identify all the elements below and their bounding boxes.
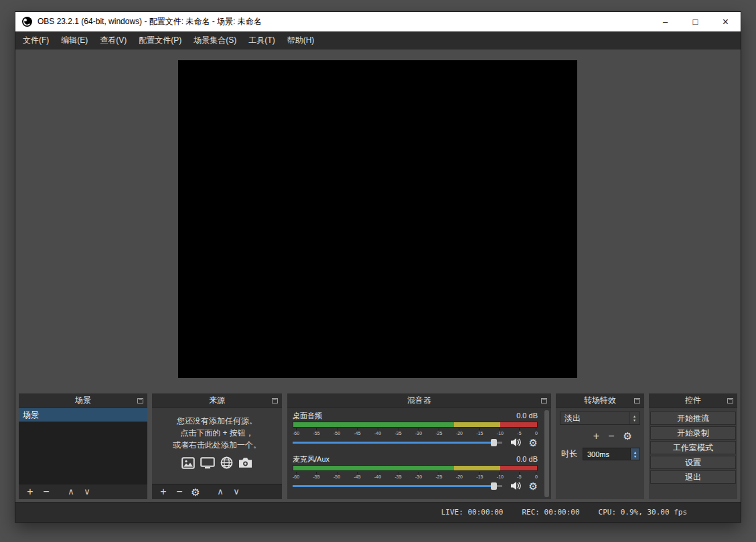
- scale-label: -35: [394, 472, 401, 479]
- scale-label: -15: [476, 428, 483, 436]
- transitions-dock: 转场特效 淡出 ▴ ▾ + − ⚙ 时长: [556, 393, 644, 499]
- menu-help[interactable]: 帮助(H): [281, 31, 321, 50]
- controls-dock: 控件 开始推流 开始录制 工作室模式 设置 退出: [649, 393, 737, 499]
- sources-dock-title: 来源: [209, 395, 225, 406]
- dock-float-icon[interactable]: [137, 398, 143, 403]
- maximize-button[interactable]: □: [680, 12, 710, 31]
- scenes-toolbar: + − ∧ ∨: [19, 484, 147, 499]
- duration-spinbox[interactable]: 300ms ▴ ▾: [583, 448, 640, 460]
- source-properties-gear-icon[interactable]: ⚙: [187, 487, 204, 497]
- source-down-button[interactable]: ∨: [228, 484, 244, 499]
- scrollbar-thumb[interactable]: [544, 410, 549, 497]
- menu-scene-collection[interactable]: 场景集合(S): [187, 31, 242, 50]
- sources-empty-area[interactable]: 您还没有添加任何源。 点击下面的 + 按钮， 或者右击此处添加一个。: [152, 408, 282, 484]
- remove-transition-button[interactable]: −: [608, 431, 614, 442]
- menu-file[interactable]: 文件(F): [17, 31, 55, 50]
- scene-list[interactable]: 场景: [19, 408, 147, 484]
- start-streaming-button[interactable]: 开始推流: [650, 412, 736, 425]
- combo-arrows[interactable]: ▴ ▾: [629, 412, 639, 424]
- preview-canvas[interactable]: [178, 60, 577, 378]
- controls-dock-body: 开始推流 开始录制 工作室模式 设置 退出: [649, 408, 737, 499]
- channel-gear-icon[interactable]: ⚙: [529, 481, 538, 491]
- scene-list-item[interactable]: 场景: [19, 408, 147, 422]
- scale-label: -25: [435, 428, 442, 436]
- menu-bar: 文件(F) 编辑(E) 查看(V) 配置文件(P) 场景集合(S) 工具(T) …: [15, 31, 741, 50]
- sources-toolbar: + − ⚙ ∧ ∨: [152, 484, 282, 499]
- scale-label: -20: [456, 428, 463, 436]
- transition-select[interactable]: 淡出 ▴ ▾: [560, 412, 640, 425]
- volume-slider[interactable]: [293, 438, 502, 448]
- scale-label: -50: [333, 428, 340, 436]
- slider-handle[interactable]: [491, 482, 497, 490]
- remove-source-button[interactable]: −: [171, 484, 187, 499]
- scale-label: -45: [354, 472, 360, 479]
- scale-label: -45: [354, 428, 360, 436]
- close-button[interactable]: ×: [710, 12, 741, 31]
- volume-slider[interactable]: [293, 481, 502, 491]
- scale-label: -5: [517, 428, 521, 436]
- transitions-dock-body: 淡出 ▴ ▾ + − ⚙ 时长 300ms ▴: [556, 408, 644, 499]
- sources-hint-line3: 或者右击此处添加一个。: [152, 439, 282, 451]
- studio-mode-button[interactable]: 工作室模式: [650, 441, 736, 454]
- mixer-dock-title: 混音器: [407, 395, 431, 406]
- scale-label: -30: [415, 472, 422, 479]
- sources-hint-line1: 您还没有添加任何源。: [152, 415, 282, 427]
- status-live-time: LIVE: 00:00:00: [441, 508, 504, 517]
- settings-button[interactable]: 设置: [650, 456, 736, 469]
- sources-hint-icons: [152, 456, 282, 469]
- scale-label: -40: [374, 428, 381, 436]
- scenes-dock-header[interactable]: 场景: [19, 393, 147, 408]
- add-transition-button[interactable]: +: [593, 431, 599, 442]
- source-up-button[interactable]: ∧: [212, 484, 228, 499]
- scale-label: 0: [535, 472, 538, 479]
- image-icon: [181, 457, 195, 469]
- window-controls: – □ ×: [650, 12, 741, 31]
- scenes-dock: 场景 场景 + − ∧ ∨: [19, 393, 147, 499]
- speaker-icon[interactable]: [510, 438, 521, 447]
- menu-tools[interactable]: 工具(T): [242, 31, 281, 50]
- dock-float-icon[interactable]: [541, 398, 547, 403]
- transition-selected-value: 淡出: [564, 413, 581, 424]
- speaker-icon[interactable]: [510, 481, 521, 490]
- scene-up-button[interactable]: ∧: [63, 484, 79, 499]
- duration-value: 300ms: [587, 450, 609, 458]
- mixer-channel-mic-aux: 麦克风/Aux 0.0 dB -60 -55 -50 -45 -40 -35 -…: [293, 454, 538, 491]
- menu-profile[interactable]: 配置文件(P): [133, 31, 187, 50]
- sources-dock-header[interactable]: 来源: [152, 393, 282, 408]
- status-bar: LIVE: 00:00:00 REC: 00:00:00 CPU: 0.9%, …: [15, 502, 741, 522]
- mixer-dock: 混音器 桌面音频 0.0 dB -60 -55 -50 -45: [287, 393, 551, 499]
- spinbox-arrows[interactable]: ▴ ▾: [630, 448, 639, 460]
- title-bar[interactable]: OBS 23.2.1 (64-bit, windows) - 配置文件: 未命名…: [15, 12, 741, 31]
- scenes-dock-title: 场景: [75, 395, 91, 406]
- mixer-scrollbar[interactable]: [544, 410, 549, 497]
- remove-scene-button[interactable]: −: [38, 484, 54, 499]
- add-scene-button[interactable]: +: [22, 484, 38, 499]
- meter-scale: -60 -55 -50 -45 -40 -35 -30 -25 -20 -15 …: [293, 428, 538, 436]
- scale-label: -5: [517, 472, 521, 479]
- exit-button[interactable]: 退出: [650, 470, 736, 484]
- obs-window: OBS 23.2.1 (64-bit, windows) - 配置文件: 未命名…: [15, 12, 741, 522]
- mixer-dock-header[interactable]: 混音器: [287, 393, 551, 408]
- start-recording-button[interactable]: 开始录制: [650, 426, 736, 440]
- channel-gear-icon[interactable]: ⚙: [529, 438, 538, 448]
- channel-db-value: 0.0 dB: [516, 412, 538, 420]
- volume-meter: [293, 422, 538, 428]
- dock-float-icon[interactable]: [272, 398, 278, 403]
- menu-edit[interactable]: 编辑(E): [55, 31, 94, 50]
- dock-float-icon[interactable]: [727, 398, 733, 403]
- status-rec-time: REC: 00:00:00: [522, 508, 579, 517]
- dock-float-icon[interactable]: [634, 398, 640, 403]
- slider-handle[interactable]: [491, 439, 497, 446]
- controls-dock-header[interactable]: 控件: [649, 393, 737, 408]
- mixer-dock-body: 桌面音频 0.0 dB -60 -55 -50 -45 -40 -35 -30 …: [287, 408, 551, 499]
- minimize-button[interactable]: –: [650, 12, 680, 31]
- mixer-channel-desktop-audio: 桌面音频 0.0 dB -60 -55 -50 -45 -40 -35 -30 …: [293, 411, 538, 448]
- scale-label: -60: [293, 428, 299, 436]
- menu-view[interactable]: 查看(V): [94, 31, 133, 50]
- transitions-dock-header[interactable]: 转场特效: [556, 393, 644, 408]
- scenes-dock-body: 场景 + − ∧ ∨: [19, 408, 147, 499]
- add-source-button[interactable]: +: [155, 484, 171, 499]
- scene-down-button[interactable]: ∨: [79, 484, 95, 499]
- scale-label: -55: [313, 428, 319, 436]
- transition-properties-gear-icon[interactable]: ⚙: [623, 431, 632, 442]
